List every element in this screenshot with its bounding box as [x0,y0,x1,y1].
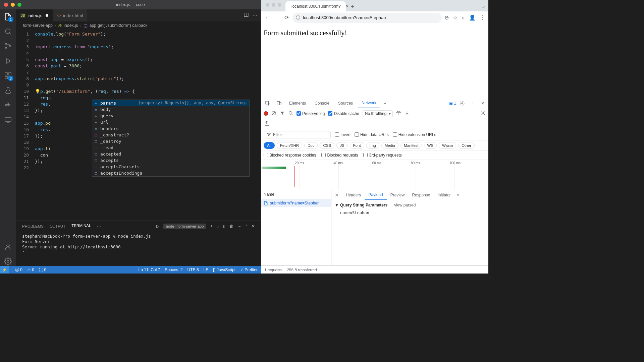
clear-icon[interactable] [271,111,276,117]
detail-tab-response[interactable]: Response [408,190,434,200]
remote-indicator[interactable]: ⚡ [0,266,9,274]
devtools-close-icon[interactable]: ✕ [478,99,487,108]
intellisense-item[interactable]: □accepts [92,157,249,164]
export-har-icon[interactable] [264,120,270,127]
devtools-tab-elements[interactable]: Elements [285,99,310,108]
intellisense-item[interactable]: ★body [92,106,249,113]
menu-icon[interactable]: ⋮ [480,14,485,21]
zoom-icon[interactable]: ⊖ [444,14,449,21]
run-debug-icon[interactable] [3,56,13,66]
terminal-more-icon[interactable]: ⋯ [237,224,241,229]
record-button[interactable] [264,111,268,116]
site-info-icon[interactable]: ⓘ [296,15,300,21]
breadcrumb-folder[interactable]: form-server-app [23,23,53,28]
accounts-icon[interactable] [3,242,13,251]
language-mode[interactable]: {} JavaScript [213,267,235,272]
terminal-dropdown-icon[interactable]: ⌵ [217,224,219,229]
view-parsed-link[interactable]: view parsed [394,203,416,207]
source-control-icon[interactable] [3,42,13,51]
port-forward[interactable]: ⛶ 0 [39,267,46,272]
network-conditions-icon[interactable] [396,111,401,117]
forward-button[interactable]: → [274,15,280,21]
intellisense-item[interactable]: ★params(property) Request<{}, any, any, … [92,100,249,106]
type-filter-wasm[interactable]: Wasm [439,142,456,149]
address-bar[interactable]: ⓘ localhost:3000/submitform?name=Stephan [292,13,442,23]
bookmark-icon[interactable]: ☆ [453,14,458,21]
window-max-dot[interactable] [278,3,281,7]
terminal-selector[interactable]: node - form-server-app [163,224,207,229]
intellisense-item[interactable]: □acceptsCharsets [92,164,249,170]
type-filter-ws[interactable]: WS [424,142,437,149]
kill-terminal-icon[interactable]: 🗑 [229,224,233,229]
tab-index-js[interactable]: JS index.js [16,9,53,21]
type-filter-css[interactable]: CSS [320,142,334,149]
type-filter-img[interactable]: Img [366,142,379,149]
intellisense-item[interactable]: ★url [92,119,249,125]
window-close-dot[interactable] [266,3,269,7]
panel-tab-terminal[interactable]: TERMINAL [71,224,91,229]
hide-data-urls-checkbox[interactable]: Hide data URLs [355,132,389,137]
request-row[interactable]: submitform?name=Stephan [261,199,331,207]
window-min-dot[interactable] [11,3,15,7]
type-filter-doc[interactable]: Doc [304,142,318,149]
filter-input[interactable]: Filter [264,131,331,138]
browser-tab[interactable]: localhost:3000/submitform? ✕ [285,1,346,11]
encoding[interactable]: UTF-8 [187,267,199,272]
network-settings-icon[interactable] [481,111,486,117]
type-filter-fetch/xhr[interactable]: Fetch/XHR [277,142,302,149]
split-editor-icon[interactable] [244,12,249,19]
intellisense-item[interactable]: □_destroy [92,138,249,144]
intellisense-popup[interactable]: ★params(property) Request<{}, any, any, … [92,100,250,177]
more-icon[interactable]: ⋯ [252,12,258,19]
profile-icon[interactable]: 👤 [469,14,476,21]
testing-icon[interactable] [3,86,13,95]
breadcrumb[interactable]: form-server-app › JS index.js › ◱ app.ge… [16,21,261,29]
detail-close-button[interactable]: ✕ [331,192,342,198]
name-column-header[interactable]: Name [261,190,331,199]
warnings-count[interactable]: ⚠ 0 [27,267,34,272]
panel-tab-problems[interactable]: PROBLEMS [22,224,44,228]
issues-badge[interactable]: ▣ 1 [449,101,456,106]
indent-setting[interactable]: Spaces: 2 [165,267,182,272]
window-close-dot[interactable] [4,3,8,7]
settings-icon[interactable] [3,257,13,266]
type-filter-other[interactable]: Other [458,142,475,149]
type-filter-media[interactable]: Media [381,142,398,149]
new-tab-button[interactable]: + [348,2,357,11]
blocked-requests-checkbox[interactable]: Blocked requests [321,153,358,158]
extensions-icon[interactable]: ⟐ [462,15,465,21]
intellisense-item[interactable]: □_read [92,144,249,151]
detail-tab-payload[interactable]: Payload [365,190,386,200]
blocked-cookies-checkbox[interactable]: Blocked response cookies [264,153,316,158]
intellisense-item[interactable]: ★headers [92,125,249,132]
type-filter-manifest[interactable]: Manifest [400,142,422,149]
intellisense-item[interactable]: ★query [92,113,249,119]
explorer-icon[interactable]: 1 [3,12,13,21]
type-filter-font[interactable]: Font [350,142,364,149]
docker-icon[interactable] [3,101,13,110]
third-party-checkbox[interactable]: 3rd-party requests [363,153,401,158]
search-icon[interactable] [288,111,293,117]
panel-tab-more[interactable]: ⋯ [97,224,101,229]
split-terminal-icon[interactable]: ▯ [223,224,225,229]
panel-tab-output[interactable]: OUTPUT [50,224,65,228]
throttling-select[interactable]: No throttling [363,110,393,117]
detail-overflow-icon[interactable]: » [454,191,462,199]
panel-up-icon[interactable]: ^ [246,224,248,229]
reload-button[interactable]: ⟳ [283,14,290,21]
breadcrumb-file[interactable]: index.js [64,23,78,28]
intellisense-item[interactable]: □accepted [92,151,249,157]
cursor-position[interactable]: Ln 11, Col 7 [139,267,160,272]
intellisense-item[interactable]: □_construct? [92,132,249,138]
search-icon[interactable] [3,27,13,36]
eol[interactable]: LF [204,267,208,272]
detail-tab-initiator[interactable]: Initiator [434,190,454,200]
device-toggle-icon[interactable] [274,99,284,108]
filter-toggle-icon[interactable] [280,111,285,117]
devtools-settings-icon[interactable] [457,99,468,108]
devtools-menu-icon[interactable]: ⋮ [468,99,478,108]
window-max-dot[interactable] [17,3,21,7]
devtools-tab-network[interactable]: Network [358,98,380,108]
devtools-tab-sources[interactable]: Sources [334,99,357,108]
debug-play-icon[interactable]: ▷ [156,224,159,229]
